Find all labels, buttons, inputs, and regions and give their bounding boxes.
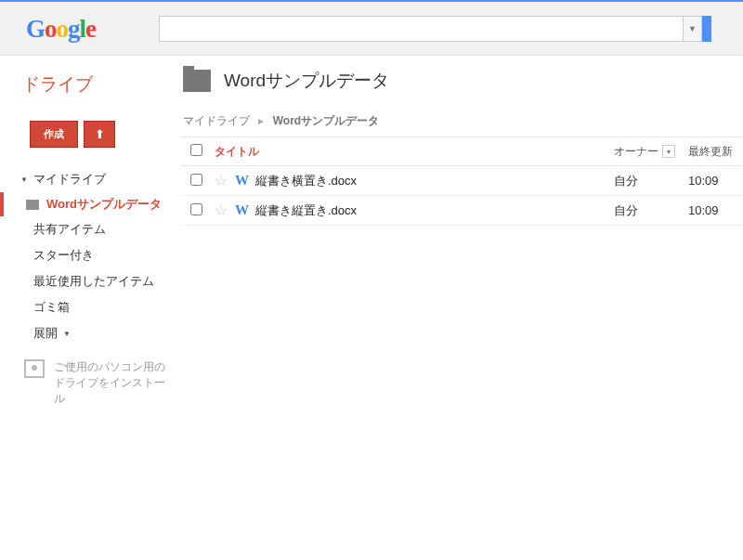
search-dropdown-icon[interactable]: ▼ — [684, 16, 702, 42]
row-checkbox[interactable] — [190, 174, 202, 186]
monitor-icon — [24, 359, 45, 378]
breadcrumb-root[interactable]: マイドライブ — [183, 114, 250, 127]
star-icon[interactable]: ☆ — [215, 172, 235, 189]
upload-button[interactable]: ⬆ — [84, 121, 115, 148]
file-modified: 10:09 — [688, 203, 719, 217]
folder-header: Wordサンプルデータ — [181, 69, 743, 93]
google-logo[interactable]: Google — [26, 15, 96, 44]
chevron-down-icon: ▼ — [63, 330, 71, 338]
select-all-checkbox[interactable] — [190, 144, 202, 156]
file-owner: 自分 — [614, 173, 688, 189]
breadcrumb-separator: ▸ — [258, 114, 264, 127]
top-bar: Google ▼ — [0, 0, 743, 56]
nav-starred[interactable]: スター付き — [17, 242, 181, 268]
file-modified: 10:09 — [688, 174, 719, 188]
column-owner[interactable]: オーナー▾ — [614, 144, 688, 160]
table-row[interactable]: ☆W縦書き横置き.docx自分10:09 — [181, 166, 743, 196]
file-list: ☆W縦書き横置き.docx自分10:09☆W縦書き縦置き.docx自分10:09 — [181, 166, 743, 226]
table-row[interactable]: ☆W縦書き縦置き.docx自分10:09 — [181, 196, 743, 226]
drive-title[interactable]: ドライブ — [22, 72, 181, 97]
file-name[interactable]: 縦書き縦置き.docx — [255, 202, 614, 219]
nav-expand[interactable]: 展開▼ — [17, 320, 181, 346]
nav-trash[interactable]: ゴミ箱 — [17, 294, 181, 320]
search-button[interactable] — [702, 16, 711, 42]
search-input[interactable] — [159, 16, 684, 42]
folder-icon — [183, 70, 211, 92]
nav-my-drive[interactable]: ▼マイドライブ — [17, 166, 181, 192]
file-owner: 自分 — [614, 202, 688, 219]
nav-current-folder[interactable]: Wordサンプルデータ — [0, 192, 181, 216]
nav-shared[interactable]: 共有アイテム — [17, 216, 181, 242]
sort-icon[interactable]: ▾ — [662, 145, 675, 158]
folder-title: Wordサンプルデータ — [224, 69, 389, 93]
file-name[interactable]: 縦書き横置き.docx — [255, 173, 614, 189]
folder-icon — [26, 200, 39, 210]
collapse-icon: ▼ — [20, 176, 30, 184]
breadcrumb: マイドライブ ▸ Wordサンプルデータ — [181, 106, 743, 137]
search-wrap: ▼ — [159, 16, 711, 42]
column-title[interactable]: タイトル — [215, 144, 614, 160]
column-modified[interactable]: 最終更新 — [688, 144, 733, 160]
star-icon[interactable]: ☆ — [215, 202, 235, 219]
install-text: ご使用のパソコン用のドライブをインストール — [54, 359, 168, 406]
create-button[interactable]: 作成 — [30, 121, 78, 148]
main-content: Wordサンプルデータ マイドライブ ▸ Wordサンプルデータ タイトル オー… — [181, 56, 743, 406]
sidebar: ドライブ 作成 ⬆ ▼マイドライブ Wordサンプルデータ 共有アイテム スター… — [0, 56, 181, 406]
file-table-header: タイトル オーナー▾ 最終更新 — [181, 137, 743, 166]
upload-icon: ⬆ — [95, 127, 105, 141]
row-checkbox[interactable] — [190, 203, 202, 215]
nav-tree: ▼マイドライブ Wordサンプルデータ 共有アイテム スター付き 最近使用したア… — [17, 166, 181, 346]
word-file-icon: W — [235, 173, 249, 188]
breadcrumb-current: Wordサンプルデータ — [273, 114, 379, 127]
word-file-icon: W — [235, 202, 249, 217]
install-drive-promo[interactable]: ご使用のパソコン用のドライブをインストール — [24, 359, 168, 406]
nav-recent[interactable]: 最近使用したアイテム — [17, 268, 181, 294]
